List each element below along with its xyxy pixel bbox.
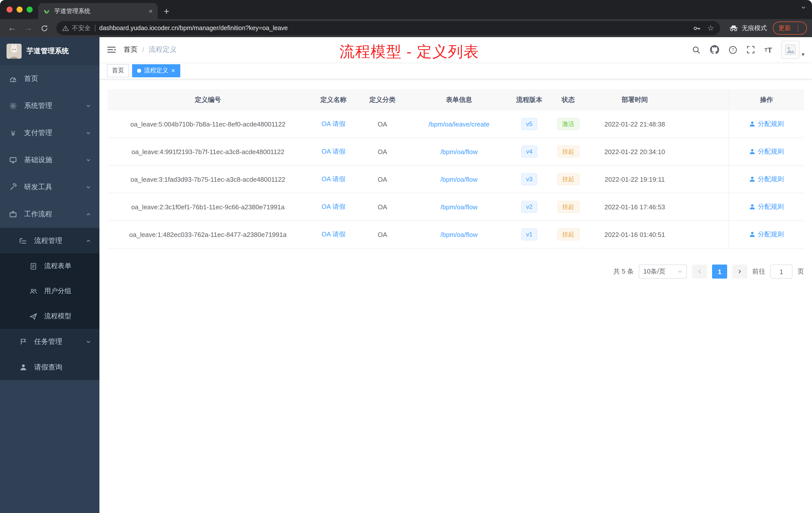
chevron-down-icon	[677, 269, 683, 274]
browser-tab[interactable]: 芋道管理系统 ×	[38, 3, 158, 19]
cell-deploy-time: 2022-01-22 21:48:38	[589, 111, 680, 138]
back-icon[interactable]: ←	[5, 21, 19, 35]
sidebar: 芋道管理系统 首页 系统管理 ¥ 支付管理	[0, 37, 99, 513]
cell-filler	[680, 221, 729, 248]
sidebar-item-leave-query[interactable]: 请假查询	[0, 354, 99, 380]
status-badge: 挂起	[557, 201, 579, 213]
assign-rule-link[interactable]: 分配规则	[749, 230, 784, 239]
flag-icon	[19, 338, 28, 345]
bookmark-star-icon[interactable]: ☆	[707, 24, 714, 33]
workflow-submenu: 流程管理 流程表单	[0, 228, 99, 380]
cell-definition-id: oa_leave:1:482ec033-762a-11ec-8477-a2380…	[108, 221, 308, 248]
close-window-button[interactable]	[6, 6, 12, 12]
form-link[interactable]: /bpm/oa/flow	[440, 175, 477, 183]
dashboard-icon	[8, 75, 18, 83]
page-size-value: 10条/页	[643, 267, 665, 276]
tab-close-icon[interactable]: ×	[149, 7, 153, 15]
sidebar-item-task-management[interactable]: 任务管理	[0, 329, 99, 354]
sidebar-item-system[interactable]: 系统管理	[0, 92, 99, 119]
goto-page-input[interactable]	[770, 265, 792, 279]
assign-rule-link[interactable]: 分配规则	[749, 147, 784, 156]
breadcrumb-current: 流程定义	[149, 45, 177, 54]
sidebar-item-label: 用户分组	[44, 286, 91, 296]
tab-search-chevron-icon[interactable]	[801, 5, 806, 10]
update-label: 更新	[778, 24, 791, 32]
incognito-chip[interactable]: 无痕模式	[725, 24, 771, 32]
column-header: 状态	[547, 89, 589, 111]
help-icon[interactable]: ?	[729, 46, 737, 54]
next-page-button[interactable]	[732, 265, 747, 279]
forward-icon[interactable]: →	[21, 21, 35, 35]
sidebar-item-label: 流程管理	[34, 236, 79, 245]
sidebar-item-infrastructure[interactable]: 基础设施	[0, 147, 99, 174]
chevron-down-icon	[86, 130, 91, 135]
definition-name-link[interactable]: OA 请假	[321, 202, 345, 211]
cell-deploy-time: 2022-01-16 01:40:51	[589, 221, 680, 248]
tag-home[interactable]: 首页	[107, 64, 129, 77]
address-bar[interactable]: 不安全 dashboard.yudao.iocoder.cn/bpm/manag…	[56, 21, 720, 35]
prev-page-button[interactable]	[692, 265, 707, 279]
search-icon[interactable]	[692, 46, 700, 54]
form-link[interactable]: /bpm/oa/flow	[440, 148, 477, 155]
sidebar-item-home[interactable]: 首页	[0, 65, 99, 92]
sidebar-item-workflow[interactable]: 工作流程	[0, 201, 99, 228]
column-header: 部署时间	[589, 89, 680, 111]
tag-label: 首页	[112, 66, 124, 75]
incognito-label: 无痕模式	[742, 24, 767, 32]
column-header: 定义名称	[308, 89, 358, 111]
active-tag-dot	[137, 68, 141, 72]
browser-update-button[interactable]: 更新 ⋮	[773, 22, 807, 35]
assign-rule-link[interactable]: 分配规则	[749, 202, 784, 211]
form-link[interactable]: /bpm/oa/flow	[440, 203, 477, 211]
version-badge: v5	[521, 118, 537, 130]
version-badge: v3	[521, 173, 537, 185]
pagination-total: 共 5 条	[613, 267, 634, 276]
password-key-icon[interactable]	[693, 24, 700, 32]
zoom-window-button[interactable]	[27, 6, 33, 12]
version-badge: v1	[521, 229, 537, 240]
column-header: 流程版本	[512, 89, 547, 111]
definition-name-link[interactable]: OA 请假	[321, 230, 345, 239]
browser-menu-kebab-icon[interactable]: ⋮	[794, 24, 802, 32]
page-content: 定义编号 定义名称 定义分类 表单信息 流程版本 状态 部署时间 操作 oa_l…	[99, 79, 812, 513]
assign-rule-link[interactable]: 分配规则	[749, 175, 784, 184]
security-chip[interactable]: 不安全	[62, 24, 91, 32]
assign-rule-link[interactable]: 分配规则	[749, 119, 784, 128]
user-avatar-menu[interactable]: ▾	[782, 41, 805, 59]
github-icon[interactable]	[710, 45, 719, 54]
warning-triangle-icon	[62, 25, 69, 31]
sidebar-item-devtools[interactable]: 研发工具	[0, 174, 99, 201]
sidebar-item-user-group[interactable]: 用户分组	[0, 279, 99, 304]
current-page-button[interactable]: 1	[712, 265, 727, 279]
reload-icon[interactable]	[37, 21, 51, 35]
breadcrumb-home[interactable]: 首页	[123, 45, 138, 54]
sidebar-item-process-management[interactable]: 流程管理	[0, 228, 99, 253]
tag-process-definition[interactable]: 流程定义 ×	[132, 64, 180, 77]
cell-filler	[680, 138, 729, 165]
definition-name-link[interactable]: OA 请假	[321, 119, 345, 128]
column-header: 操作	[729, 89, 804, 111]
incognito-icon	[729, 25, 738, 32]
sidebar-item-label: 请假查询	[34, 363, 91, 372]
cell-deploy-time: 2022-01-22 19:19:11	[589, 165, 680, 193]
sidebar-item-process-model[interactable]: 流程模型	[0, 304, 99, 329]
form-link[interactable]: /bpm/oa/flow	[440, 231, 477, 238]
form-link[interactable]: /bpm/oa/leave/create	[429, 120, 490, 128]
page-size-select[interactable]: 10条/页	[639, 265, 687, 279]
sidebar-logo[interactable]: 芋道管理系统	[0, 37, 99, 65]
table-row: oa_leave:3:1fad3d93-7b75-11ec-a3c8-acde4…	[108, 165, 804, 193]
url-text: dashboard.yudao.iocoder.cn/bpm/manager/d…	[99, 25, 288, 32]
user-icon	[749, 149, 755, 155]
sidebar-item-process-form[interactable]: 流程表单	[0, 253, 99, 279]
fullscreen-icon[interactable]	[747, 46, 755, 54]
minimize-window-button[interactable]	[17, 6, 23, 12]
definition-name-link[interactable]: OA 请假	[321, 147, 345, 156]
hamburger-icon[interactable]	[107, 46, 116, 54]
font-size-icon[interactable]: TT	[764, 46, 772, 54]
new-tab-button[interactable]: +	[164, 6, 169, 16]
people-icon	[29, 288, 38, 295]
sidebar-item-label: 支付管理	[24, 128, 79, 138]
tag-close-icon[interactable]: ×	[171, 67, 175, 74]
sidebar-item-payment[interactable]: ¥ 支付管理	[0, 119, 99, 147]
definition-name-link[interactable]: OA 请假	[321, 175, 345, 184]
